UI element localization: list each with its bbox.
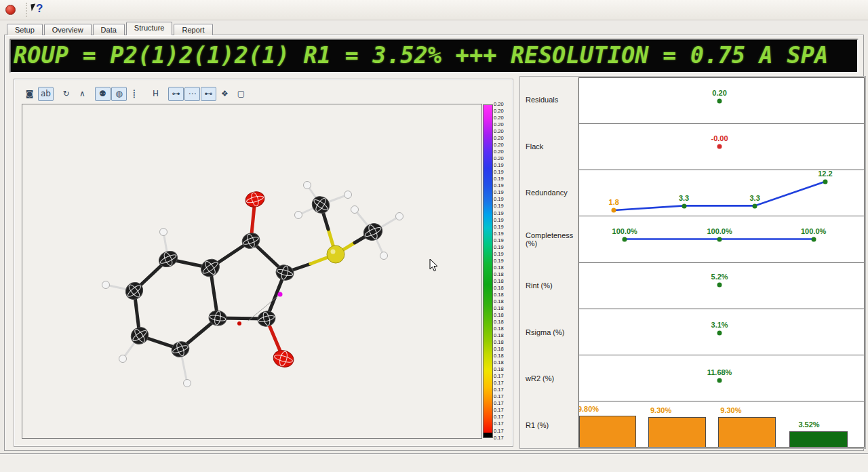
tab-structure[interactable]: Structure: [126, 22, 173, 35]
ball-style-icon[interactable]: ⚉: [95, 87, 111, 101]
scale-tick-label: 0.17: [494, 435, 514, 441]
data-point-label: 12.2: [818, 170, 832, 178]
refinement-stats-panel: ResidualsFlackRedundancyCompleteness (%)…: [519, 76, 866, 449]
bond-angle-icon[interactable]: ⊷: [201, 87, 216, 101]
scale-tick-label: 0.18: [494, 340, 514, 345]
oxygen-ellipsoid: [244, 190, 267, 209]
scale-tick-label: 0.19: [494, 238, 514, 243]
measure-dashed-icon[interactable]: ⋯: [184, 87, 200, 101]
scale-tick-label: 0.19: [494, 258, 514, 264]
scale-tick-label: 0.18: [494, 360, 514, 366]
tab-report[interactable]: Report: [174, 24, 212, 35]
data-point-label: 5.2%: [711, 273, 728, 281]
collapse-icon[interactable]: ∧: [75, 87, 90, 101]
scale-tick-label: 0.19: [494, 197, 514, 202]
screenshot-camera-icon[interactable]: ◙: [22, 87, 37, 101]
stop-record-icon[interactable]: [5, 5, 16, 15]
data-point-label: 0.20: [712, 89, 726, 97]
tab-overview[interactable]: Overview: [44, 24, 92, 35]
scale-tick-label: 0.17: [494, 429, 514, 434]
stat-chart-rint-: 5.2%: [579, 263, 864, 309]
tab-strip: SetupOverviewDataStructureReport: [7, 22, 214, 35]
stat-row-labels: ResidualsFlackRedundancyCompleteness (%)…: [520, 77, 579, 448]
scale-tick-label: 0.20: [494, 129, 514, 134]
stat-chart-completeness-: 100.0%100.0%100.0%: [579, 216, 864, 262]
atom-labels-icon[interactable]: ab: [38, 87, 54, 101]
lasso-select-icon[interactable]: ▢: [233, 87, 249, 101]
tab-setup[interactable]: Setup: [7, 24, 43, 35]
hydrogen-atom: [295, 212, 302, 219]
marker-dot: [237, 321, 241, 326]
hydrogen-atom: [344, 191, 352, 199]
data-point: [612, 208, 616, 213]
carbon-ellipsoid: [127, 324, 151, 348]
scale-tick-label: 0.17: [494, 374, 514, 379]
hydrogen-atom: [304, 182, 311, 189]
data-point-label: 11.68%: [707, 368, 732, 376]
scale-tick-label: 0.19: [494, 245, 514, 250]
scale-tick-label: 0.18: [494, 306, 514, 311]
hydrogen-atom: [102, 281, 110, 289]
tag-icon[interactable]: ❖: [217, 87, 233, 101]
spacefill-style-icon[interactable]: ◍: [111, 87, 127, 101]
data-point-label: 100.0%: [612, 227, 637, 235]
carbon-ellipsoid: [256, 309, 277, 328]
tab-data[interactable]: Data: [93, 24, 125, 35]
scale-tick-label: 0.17: [494, 414, 514, 420]
scale-tick-label: 0.20: [494, 122, 514, 127]
scale-tick-label: 0.18: [494, 299, 514, 304]
data-point: [717, 237, 722, 241]
stat-chart-r1-: 9.80%9.30%9.30%3.52%: [579, 401, 864, 447]
led-marquee: ROUP = P2(1)2(1)2(1) R1 = 3.52% +++ RESO…: [9, 39, 859, 73]
r1-bar: [789, 431, 848, 448]
toolbar-separator: [26, 3, 27, 17]
stat-label: Flack: [520, 123, 579, 170]
scale-tick-label: 0.19: [494, 170, 514, 175]
stat-chart-flack: -0.00: [579, 124, 864, 170]
stat-row-charts: 0.20-0.001.83.33.312.2100.0%100.0%100.0%…: [578, 77, 865, 448]
auto-rotate-icon[interactable]: ↻: [58, 87, 74, 101]
hydrogens-toggle-icon[interactable]: H: [148, 87, 163, 101]
scale-tick-label: 0.17: [494, 380, 514, 386]
hydrogen-atom: [184, 380, 191, 387]
r1-bar-label: 9.80%: [579, 405, 599, 413]
data-point-label: 3.1%: [711, 321, 728, 329]
bond-distance-icon[interactable]: ⊶: [168, 87, 184, 101]
scale-tick-label: 0.17: [494, 408, 514, 413]
question-mark-icon: ?: [36, 2, 43, 16]
scale-tick-label: 0.17: [494, 401, 514, 406]
scale-tick-label: 0.18: [494, 326, 514, 332]
scale-tick-label: 0.19: [494, 183, 514, 189]
stat-label: R1 (%): [520, 402, 579, 449]
hydrogen-atom: [380, 252, 388, 260]
data-point-label: 100.0%: [707, 227, 732, 235]
molecule-3d-canvas[interactable]: [22, 104, 482, 439]
stat-label: wR2 (%): [520, 355, 579, 402]
scale-tick-label: 0.18: [494, 353, 514, 359]
r1-bar-label: 9.30%: [650, 406, 671, 414]
data-point: [717, 144, 722, 149]
packing-icon[interactable]: ⡇: [127, 87, 143, 101]
carbon-ellipsoid: [309, 193, 332, 217]
data-point: [717, 98, 722, 103]
data-point: [623, 237, 627, 241]
carbon-ellipsoid: [198, 256, 223, 280]
scale-tick-label: 0.17: [494, 421, 514, 427]
data-point: [823, 180, 827, 184]
r1-bar: [579, 416, 636, 447]
r1-bar: [648, 417, 706, 447]
scale-tick-label: 0.20: [494, 156, 514, 161]
context-help-icon[interactable]: ?: [31, 2, 46, 18]
scale-tick-label: 0.18: [494, 272, 514, 277]
oxygen-ellipsoid: [271, 349, 295, 370]
scale-tick-label: 0.19: [494, 224, 514, 230]
stat-chart-residuals: 0.20: [579, 78, 864, 124]
data-point-label: -0.00: [711, 134, 728, 142]
data-point: [682, 203, 686, 208]
stat-chart-rsigma-: 3.1%: [579, 309, 864, 355]
r1-bar: [718, 417, 776, 447]
scale-tick-label: 0.19: [494, 203, 514, 209]
scale-tick-label: 0.18: [494, 367, 514, 372]
scale-tick-label: 0.18: [494, 292, 514, 298]
scale-tick-label: 0.18: [494, 265, 514, 271]
